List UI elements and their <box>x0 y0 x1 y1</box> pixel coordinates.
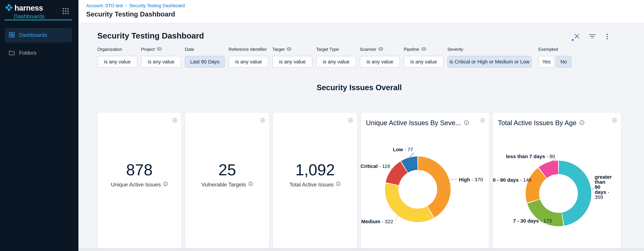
filter-label: Organization <box>97 47 122 52</box>
breadcrumb: Account: STO test › Security Testing Das… <box>86 3 185 8</box>
info-icon[interactable] <box>248 181 253 188</box>
leader-line <box>450 179 458 180</box>
brand-name: harness <box>14 3 43 12</box>
filter-label: Project <box>141 47 155 52</box>
filter-value-organization[interactable]: is any value <box>97 56 137 68</box>
metric-value: 1,092 <box>273 162 357 178</box>
severity-donut-chart[interactable]: High - 370Medium - 322Critical - 116Low … <box>361 113 489 248</box>
filter-bar: Organizationis any valueProjectis any va… <box>97 47 575 68</box>
filter-label: Target <box>272 47 284 52</box>
filter-value-target-type[interactable]: is any value <box>316 56 356 68</box>
close-icon[interactable] <box>574 33 580 39</box>
globe-icon[interactable] <box>260 117 266 124</box>
donut-label: Low - 77 <box>393 147 413 152</box>
kebab-menu-icon[interactable] <box>604 33 610 39</box>
cursor-dot <box>572 39 574 41</box>
donut-label: greater <box>595 174 612 180</box>
app-root: harness Dashboards Dashboards <box>0 0 644 251</box>
filter-value-pipeline[interactable]: is any value <box>404 56 444 68</box>
donut-label: less than 7 days - 80 <box>506 154 555 159</box>
filter-value-date[interactable]: Last 90 Days <box>185 56 225 68</box>
donut-label: Critical - 116 <box>361 163 390 169</box>
filter-value-scanner[interactable]: is any value <box>360 56 400 68</box>
filter-value-reference-identifier[interactable]: is any value <box>228 56 269 68</box>
info-icon[interactable] <box>336 181 341 188</box>
donut-label: than <box>595 179 605 185</box>
sidebar-item-dashboards[interactable]: Dashboards <box>5 28 72 42</box>
donut-label: Medium - 322 <box>361 219 393 224</box>
donut-label: High - 370 <box>459 177 483 182</box>
cards-row: 878 Unique Active Issues 25 Vulnerable T… <box>97 113 621 248</box>
info-icon[interactable] <box>163 181 168 188</box>
card-vulnerable-targets: 25 Vulnerable Targets <box>185 113 269 248</box>
leader-line <box>395 215 398 221</box>
filter-pipeline: Pipelineis any value <box>404 47 444 68</box>
filter-severity: Severityis Critical or High or Medium or… <box>448 47 532 68</box>
brand[interactable]: harness <box>5 3 43 12</box>
filter-project: Projectis any value <box>141 47 181 68</box>
filter-scanner: Scanneris any value <box>360 47 400 68</box>
card-total-active-issues: 1,092 Total Active Issues <box>273 113 357 248</box>
linked-filter-icon <box>421 47 426 52</box>
metric-value: 25 <box>185 162 269 178</box>
exempted-no-button[interactable]: No <box>556 56 572 68</box>
top-header: Account: STO test › Security Testing Das… <box>78 0 644 23</box>
panel-actions <box>574 33 610 39</box>
globe-icon[interactable] <box>172 117 178 124</box>
age-donut-chart[interactable]: greaterthan90days -3597 - 30 days - 1733… <box>493 113 621 248</box>
apps-grid-icon[interactable] <box>62 7 69 15</box>
breadcrumb-separator: › <box>126 3 127 8</box>
sidebar-item-folders[interactable]: Folders <box>5 46 72 60</box>
donut-label: 30 - 90 days - 146 <box>493 177 532 183</box>
breadcrumb-account-link[interactable]: Account: STO test <box>86 3 123 8</box>
linked-filter-icon <box>378 47 383 52</box>
dashboard-main: Security Testing Dashboard Orga <box>78 23 644 251</box>
sidebar-item-label: Dashboards <box>19 32 47 38</box>
sidebar: harness Dashboards Dashboards <box>0 0 78 251</box>
metric-value: 878 <box>97 162 182 178</box>
donut-label: 90 <box>595 184 600 190</box>
filter-label: Pipeline <box>404 47 419 52</box>
donut-label-value: 359 <box>595 194 603 200</box>
filter-reference-identifier: Reference Identifieris any value <box>228 47 269 68</box>
filter-organization: Organizationis any value <box>97 47 137 68</box>
page-title: Security Testing Dashboard <box>86 10 175 18</box>
filter-exempted: Exempted Yes No <box>538 47 572 68</box>
card-issues-by-severity: Unique Active Issues By Seve... High - 3… <box>361 113 489 248</box>
exempted-yes-button[interactable]: Yes <box>538 56 554 68</box>
filter-label: Target Type <box>316 47 339 52</box>
globe-icon[interactable] <box>348 117 354 124</box>
filter-label: Severity <box>448 47 463 52</box>
filter-label: Exempted <box>538 47 558 52</box>
filter-target: Targetis any value <box>272 47 312 68</box>
filter-icon[interactable] <box>589 33 595 39</box>
donut-label: 7 - 30 days - 173 <box>513 218 552 224</box>
metric-label: Total Active Issues <box>273 181 357 188</box>
sidebar-item-label: Folders <box>19 50 36 56</box>
filter-value-project[interactable]: is any value <box>141 56 181 68</box>
card-issues-by-age: Total Active Issues By Age greaterthan90… <box>493 113 621 248</box>
linked-filter-icon <box>286 47 292 52</box>
donut-label: days - <box>595 189 609 195</box>
dashboards-icon <box>8 32 15 39</box>
metric-label: Unique Active Issues <box>97 181 182 188</box>
dashboard-panel-title: Security Testing Dashboard <box>97 31 204 41</box>
filter-target-type: Target Typeis any value <box>316 47 356 68</box>
filter-date: DateLast 90 Days <box>185 47 225 68</box>
linked-filter-icon <box>157 47 162 52</box>
filter-value-severity[interactable]: is Critical or High or Medium or Low <box>448 56 532 68</box>
filter-value-target[interactable]: is any value <box>272 56 312 68</box>
bottom-strip <box>78 248 644 251</box>
filter-label: Scanner <box>360 47 376 52</box>
harness-logo-icon <box>5 3 13 12</box>
filter-label: Date <box>185 47 194 52</box>
module-name: Dashboards <box>14 13 44 20</box>
leader-line <box>410 153 414 157</box>
filter-label: Reference Identifier <box>228 47 267 52</box>
leader-line <box>592 188 594 190</box>
folder-icon <box>8 50 15 56</box>
sidebar-divider <box>5 19 72 20</box>
metric-label: Vulnerable Targets <box>185 181 269 188</box>
section-title: Security Issues Overall <box>97 83 621 92</box>
breadcrumb-dashboard-link[interactable]: Security Testing Dashboard <box>129 3 185 8</box>
